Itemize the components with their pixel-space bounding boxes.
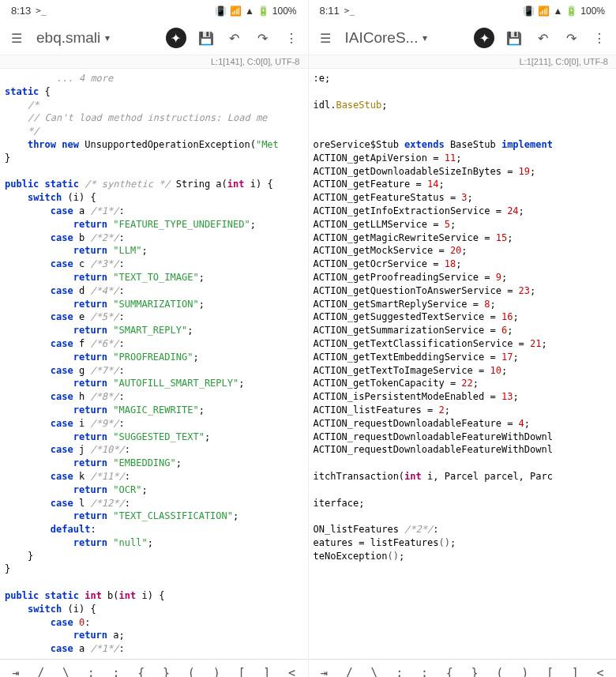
- symbol-key[interactable]: [: [547, 666, 554, 677]
- explore-icon[interactable]: ✦: [474, 28, 494, 48]
- symbol-key[interactable]: {: [446, 666, 453, 677]
- terminal-icon: >_: [36, 6, 46, 16]
- symbol-key[interactable]: \: [62, 666, 69, 677]
- right-screen: 8:11 >_ 📳 📶 ▲ 🔋 100% ☰ IAICoreS... ▾ ✦ 💾…: [309, 0, 617, 677]
- battery-pct: 100%: [272, 6, 297, 17]
- wifi-icon: 📶: [538, 6, 550, 17]
- redo-icon[interactable]: ↷: [254, 29, 272, 47]
- symbol-key[interactable]: {: [137, 666, 145, 677]
- symbol-key[interactable]: [: [238, 666, 245, 677]
- status-bar: 8:11 >_ 📳 📶 ▲ 🔋 100%: [309, 0, 617, 21]
- menu-icon[interactable]: ☰: [317, 29, 334, 47]
- symbol-key[interactable]: }: [163, 666, 170, 677]
- code-editor-left[interactable]: ... 4 more static { /* // Can't load met…: [0, 69, 308, 659]
- terminal-icon: >_: [344, 6, 355, 16]
- menu-icon[interactable]: ☰: [8, 29, 25, 47]
- signal-icon: ▲: [245, 6, 254, 17]
- code-editor-right[interactable]: :e; idl.BaseStub; oreService$Stub extend…: [309, 69, 617, 659]
- symbol-key[interactable]: ⇥: [321, 666, 328, 677]
- symbol-key[interactable]: :: [421, 666, 428, 677]
- save-icon[interactable]: 💾: [505, 29, 523, 47]
- symbol-bar: ⇥/\;:{}()[]<: [0, 659, 308, 677]
- vibrate-icon: 📳: [523, 6, 535, 17]
- save-icon[interactable]: 💾: [197, 29, 215, 47]
- redo-icon[interactable]: ↷: [562, 29, 580, 47]
- chevron-down-icon: ▾: [423, 32, 427, 43]
- undo-icon[interactable]: ↶: [226, 29, 243, 47]
- symbol-key[interactable]: (: [496, 666, 503, 677]
- symbol-key[interactable]: ]: [263, 666, 270, 677]
- status-time: 8:13: [11, 5, 31, 17]
- symbol-key[interactable]: ;: [88, 666, 95, 677]
- status-time: 8:11: [320, 5, 340, 17]
- toolbar: ☰ ebq.smali ▾ ✦ 💾 ↶ ↷ ⋮: [0, 21, 308, 55]
- overflow-icon[interactable]: ⋮: [283, 29, 300, 47]
- chevron-down-icon: ▾: [105, 32, 110, 43]
- symbol-key[interactable]: <: [596, 666, 603, 677]
- symbol-key[interactable]: ;: [396, 666, 403, 677]
- vibrate-icon: 📳: [215, 6, 227, 17]
- symbol-key[interactable]: ⇥: [12, 666, 19, 677]
- status-bar: 8:13 >_ 📳 📶 ▲ 🔋 100%: [0, 0, 308, 21]
- file-title[interactable]: ebq.smali ▾: [36, 29, 155, 47]
- overflow-icon[interactable]: ⋮: [591, 29, 608, 47]
- signal-icon: ▲: [553, 6, 562, 17]
- left-screen: 8:13 >_ 📳 📶 ▲ 🔋 100% ☰ ebq.smali ▾ ✦ 💾 ↶…: [0, 0, 309, 677]
- battery-pct: 100%: [580, 6, 605, 17]
- cursor-info: L:1[211], C:0[0], UTF-8: [309, 55, 617, 69]
- symbol-bar: ⇥/\;:{}()[]<: [309, 659, 617, 677]
- symbol-key[interactable]: }: [471, 666, 479, 677]
- symbol-key[interactable]: /: [37, 666, 44, 677]
- cursor-info: L:1[141], C:0[0], UTF-8: [0, 55, 308, 69]
- symbol-key[interactable]: (: [188, 666, 195, 677]
- toolbar: ☰ IAICoreS... ▾ ✦ 💾 ↶ ↷ ⋮: [309, 21, 617, 55]
- symbol-key[interactable]: /: [346, 666, 353, 677]
- wifi-icon: 📶: [230, 6, 242, 17]
- symbol-key[interactable]: ): [213, 666, 220, 677]
- battery-icon: 🔋: [257, 6, 269, 17]
- undo-icon[interactable]: ↶: [534, 29, 551, 47]
- symbol-key[interactable]: <: [288, 666, 295, 677]
- symbol-key[interactable]: :: [113, 666, 120, 677]
- symbol-key[interactable]: ): [521, 666, 528, 677]
- explore-icon[interactable]: ✦: [166, 28, 186, 48]
- file-title[interactable]: IAICoreS... ▾: [345, 29, 464, 47]
- symbol-key[interactable]: ]: [572, 666, 579, 677]
- battery-icon: 🔋: [565, 6, 577, 17]
- symbol-key[interactable]: \: [370, 666, 377, 677]
